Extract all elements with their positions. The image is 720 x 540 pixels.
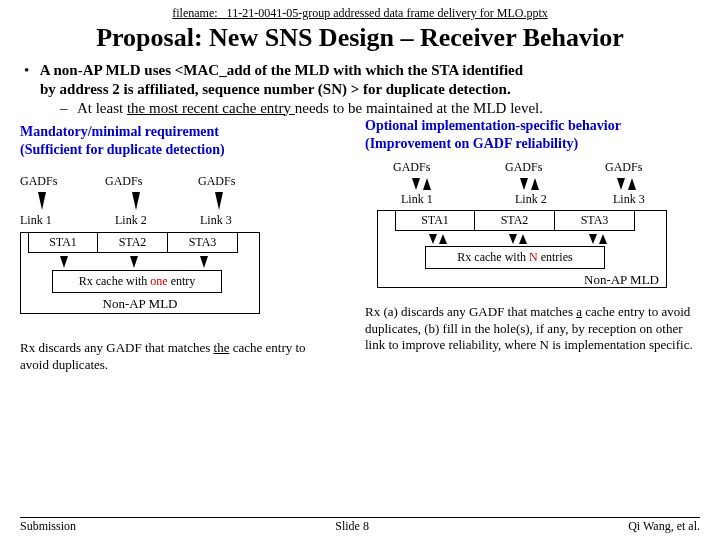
gadfs-label-3: GADFs [605,160,642,175]
left-column: Mandatory/minimal requirement (Sufficien… [20,123,355,373]
left-header-l1: Mandatory/minimal requirement [20,124,219,139]
rx-cache-post: entries [538,250,573,264]
arrow-down-icon [215,192,223,210]
bullet-dot-icon: • [24,61,36,80]
footer-right: Qi Wang, et al. [628,519,700,534]
sta1-cell: STA1 [28,232,98,253]
arrow-down-icon [412,178,420,190]
arrow-up-icon [531,178,539,190]
left-header: Mandatory/minimal requirement (Sufficien… [20,123,355,159]
arrow-down-icon [520,178,528,190]
arrow-down-icon [509,234,517,244]
arrow-down-icon [589,234,597,244]
right-caption-pre: Rx (a) discards any GADF that matches [365,304,576,319]
right-header-l2: (Improvement on GADF reliability) [365,136,578,151]
filename-line: filename: 11-21-0041-05-group addressed … [20,6,700,21]
left-caption-u: the [214,340,230,355]
link-label-1: Link 1 [401,192,433,207]
arrow-up-icon [628,178,636,190]
gadfs-label-2: GADFs [505,160,542,175]
sta2-cell: STA2 [475,210,555,231]
arrow-down-icon [132,192,140,210]
sub-bullet-pre: At least [77,100,127,116]
arrow-down-icon [429,234,437,244]
sub-bullet-underline: the most recent cache entry [127,100,295,116]
link-label-2: Link 2 [115,213,147,228]
dash-icon: – [60,99,74,118]
link-label-3: Link 3 [200,213,232,228]
non-ap-label: Non-AP MLD [377,272,667,288]
non-ap-label: Non-AP MLD [20,296,260,312]
figures-row: Mandatory/minimal requirement (Sufficien… [20,123,700,373]
gadfs-label-1: GADFs [393,160,430,175]
bullet-main-l1: A non-AP MLD uses <MAC_add of the MLD wi… [40,62,523,78]
sta2-cell: STA2 [98,232,168,253]
right-caption: Rx (a) discards any GADF that matches a … [365,304,700,355]
left-caption: Rx discards any GADF that matches the ca… [20,340,355,374]
rx-cache-box: Rx cache with one entry [52,270,222,293]
right-column: Optional implementation-specific behavio… [365,123,700,373]
filename-text: 11-21-0041-05-group addressed data frame… [227,6,548,20]
arrow-up-icon [519,234,527,244]
arrow-up-icon [439,234,447,244]
left-caption-pre: Rx discards any GADF that matches [20,340,214,355]
gadfs-label-2: GADFs [105,174,142,189]
sta3-cell: STA3 [168,232,238,253]
rx-cache-emph: N [529,250,538,264]
rx-cache-post: entry [168,274,196,288]
sta-row: STA1 STA2 STA3 [395,210,635,231]
right-header-l1: Optional implementation-specific behavio… [365,118,621,133]
left-figure: GADFs GADFs GADFs Link 1 Link 2 Link 3 S… [20,166,355,336]
sta3-cell: STA3 [555,210,635,231]
arrow-down-icon [60,256,68,268]
filename-prefix: filename: [172,6,217,20]
arrow-up-icon [423,178,431,190]
arrow-up-icon [599,234,607,244]
footer: Submission Slide 8 Qi Wang, et al. [20,517,700,534]
link-label-2: Link 2 [515,192,547,207]
footer-center: Slide 8 [335,519,369,534]
body-text: • A non-AP MLD uses <MAC_add of the MLD … [20,61,700,117]
left-header-l2: (Sufficient for duplicate detection) [20,142,225,157]
sta1-cell: STA1 [395,210,475,231]
sub-bullet-post: needs to be maintained at the MLD level. [295,100,543,116]
right-header: Optional implementation-specific behavio… [365,117,700,153]
link-label-1: Link 1 [20,213,52,228]
sub-bullet: – At least the most recent cache entry n… [20,99,700,118]
arrow-down-icon [200,256,208,268]
rx-cache-pre: Rx cache with [79,274,151,288]
arrow-down-icon [130,256,138,268]
link-label-3: Link 3 [613,192,645,207]
slide-title: Proposal: New SNS Design – Receiver Beha… [20,23,700,53]
arrow-down-icon [38,192,46,210]
arrow-down-icon [617,178,625,190]
bullet-main-l2: by address 2 is affiliated, sequence num… [24,81,511,97]
rx-cache-emph: one [150,274,167,288]
rx-cache-box: Rx cache with N entries [425,246,605,269]
footer-left: Submission [20,519,76,534]
bullet-main: • A non-AP MLD uses <MAC_add of the MLD … [20,61,700,99]
gadfs-label-3: GADFs [198,174,235,189]
rx-cache-pre: Rx cache with [457,250,529,264]
right-figure: GADFs GADFs GADFs Link 1 Link 2 Link 3 S… [365,160,700,300]
gadfs-label-1: GADFs [20,174,57,189]
sta-row: STA1 STA2 STA3 [28,232,238,253]
